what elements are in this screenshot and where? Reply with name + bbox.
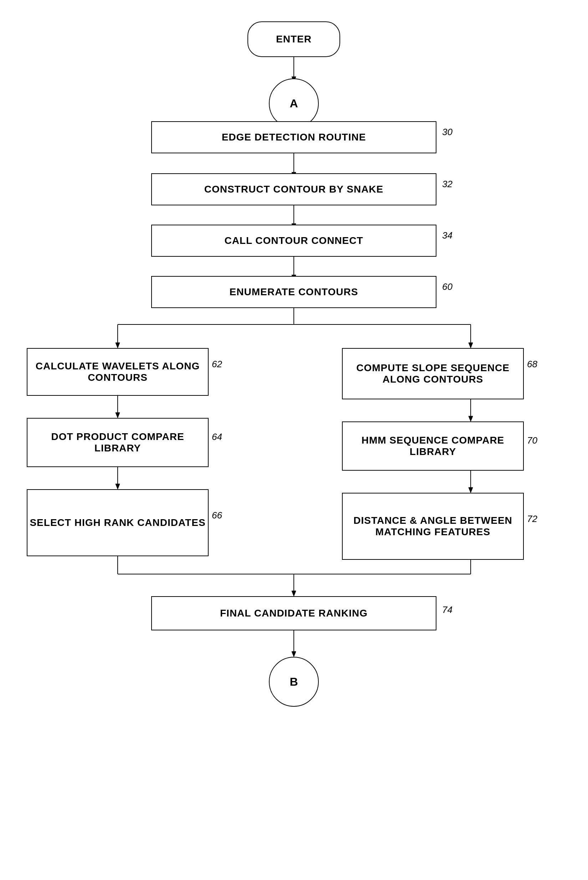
construct-contour-ref: 32 [442, 178, 453, 190]
final-ranking-label: FINAL CANDIDATE RANKING [220, 607, 368, 619]
dot-product-label: DOT PRODUCT COMPARE LIBRARY [27, 431, 208, 454]
enumerate-label: ENUMERATE CONTOURS [230, 286, 358, 298]
construct-contour-box: CONSTRUCT CONTOUR BY SNAKE [151, 173, 436, 205]
compute-slope-box: COMPUTE SLOPE SEQUENCE ALONG CONTOURS [342, 348, 524, 399]
svg-marker-13 [116, 343, 120, 348]
enter-node: ENTER [248, 21, 340, 57]
construct-contour-label: CONSTRUCT CONTOUR BY SNAKE [204, 184, 384, 195]
b-connector: B [269, 657, 319, 707]
compute-slope-ref: 68 [527, 359, 537, 370]
b-label: B [290, 675, 298, 688]
compute-slope-label: COMPUTE SLOPE SEQUENCE ALONG CONTOURS [343, 362, 523, 385]
dot-product-box: DOT PRODUCT COMPARE LIBRARY [27, 418, 208, 467]
svg-marker-19 [468, 416, 473, 421]
edge-detection-ref: 30 [442, 127, 453, 138]
final-ranking-box: FINAL CANDIDATE RANKING [151, 596, 436, 630]
call-contour-label: CALL CONTOUR CONNECT [224, 235, 363, 246]
select-high-box: SELECT HIGH RANK CANDIDATES [27, 489, 208, 556]
enter-label: ENTER [276, 33, 312, 45]
hmm-sequence-label: HMM SEQUENCE COMPARE LIBRARY [343, 435, 523, 457]
call-contour-box: CALL CONTOUR CONNECT [151, 225, 436, 257]
dot-product-ref: 64 [212, 432, 222, 442]
select-high-ref: 66 [212, 510, 222, 521]
enumerate-ref: 60 [442, 281, 453, 292]
hmm-sequence-box: HMM SEQUENCE COMPARE LIBRARY [342, 421, 524, 471]
select-high-label: SELECT HIGH RANK CANDIDATES [30, 517, 206, 528]
svg-marker-29 [292, 591, 296, 596]
svg-marker-23 [468, 487, 473, 493]
distance-angle-label: DISTANCE & ANGLE BETWEEN MATCHING FEATUR… [343, 515, 523, 538]
distance-angle-box: DISTANCE & ANGLE BETWEEN MATCHING FEATUR… [342, 493, 524, 560]
enumerate-box: ENUMERATE CONTOURS [151, 276, 436, 308]
svg-marker-17 [116, 412, 120, 418]
calc-wavelets-ref: 62 [212, 359, 222, 370]
call-contour-ref: 34 [442, 230, 453, 241]
a-label: A [290, 97, 298, 110]
svg-marker-31 [292, 651, 296, 657]
final-ranking-ref: 74 [442, 604, 453, 615]
distance-angle-ref: 72 [527, 513, 537, 525]
a-connector: A [269, 78, 319, 128]
calc-wavelets-label: CALCULATE WAVELETS ALONG CONTOURS [27, 360, 208, 383]
flowchart-diagram: ENTER A EDGE DETECTION ROUTINE 30 CONSTR… [0, 0, 588, 880]
svg-marker-15 [468, 343, 473, 348]
edge-detection-label: EDGE DETECTION ROUTINE [222, 132, 366, 143]
calc-wavelets-box: CALCULATE WAVELETS ALONG CONTOURS [27, 348, 208, 396]
hmm-sequence-ref: 70 [527, 435, 537, 446]
svg-marker-21 [116, 484, 120, 489]
edge-detection-box: EDGE DETECTION ROUTINE [151, 121, 436, 153]
